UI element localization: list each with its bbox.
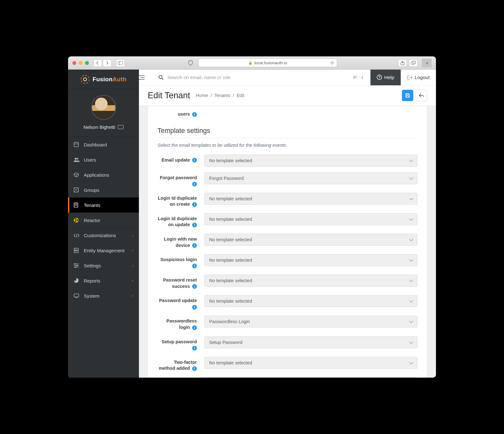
reactor-icon <box>74 218 79 223</box>
new-tab-button[interactable]: ＋ <box>422 59 432 67</box>
minimize-window-button[interactable] <box>79 61 83 65</box>
sidebar-item-reactor[interactable]: Reactor <box>68 213 139 228</box>
info-icon[interactable]: i <box>192 305 197 310</box>
template-select-suspicious-login[interactable]: No template selected <box>204 254 417 266</box>
form-row-login-id-duplicate-on-create: Login Id duplicate on create iNo templat… <box>158 193 417 208</box>
info-icon[interactable]: i <box>192 223 197 227</box>
info-icon[interactable]: i <box>192 112 197 117</box>
brand-logo[interactable]: FusionAuth <box>68 70 139 89</box>
save-button[interactable] <box>402 90 413 101</box>
code-icon <box>74 234 79 237</box>
template-select-login-id-duplicate-on-update[interactable]: No template selected <box>204 213 417 225</box>
form-row-two-factor-method-added: Two-factor method added iNo template sel… <box>158 357 417 372</box>
browser-sidebar-button[interactable] <box>116 59 125 67</box>
browser-address-bar[interactable]: 🔒 local.fusionauth.io ⟳ <box>198 59 337 67</box>
form-label-text: Two-factor method added <box>159 360 197 371</box>
template-select-two-factor-method-added[interactable]: No template selected <box>204 357 417 369</box>
sidebar-item-label: Settings <box>84 263 101 268</box>
form-label-text: Suspicious login <box>160 257 197 262</box>
svg-point-8 <box>77 158 78 160</box>
form-label: Setup password i <box>158 336 197 351</box>
template-select-passwordless-login[interactable]: Passwordless Login <box>204 316 417 328</box>
template-select-password-reset-success[interactable]: No template selected <box>204 275 417 287</box>
sidebar-item-groups[interactable]: Groups <box>68 182 139 197</box>
info-icon[interactable]: i <box>192 325 197 330</box>
sidebar-toggle-button[interactable] <box>139 75 155 80</box>
lock-icon: 🔒 <box>248 61 253 65</box>
svg-rect-27 <box>74 294 79 297</box>
svg-point-7 <box>75 158 77 160</box>
breadcrumb-current: Edit <box>237 93 244 98</box>
info-icon[interactable]: i <box>192 158 197 163</box>
help-label: Help <box>384 75 394 80</box>
logout-button[interactable]: Logout <box>401 70 436 85</box>
sidebar-nav: Dashboard Users Applications <box>68 137 139 303</box>
sidebar-item-system[interactable]: System ‹ <box>68 288 139 303</box>
svg-rect-0 <box>118 61 123 65</box>
refresh-icon[interactable]: ⟳ <box>330 60 334 66</box>
template-select-password-update[interactable]: No template selected <box>204 295 417 307</box>
sidebar-item-entity-management[interactable]: Entity Management ‹ <box>68 243 139 258</box>
tabs-overview-button[interactable] <box>409 59 418 67</box>
form-label: Two-factor method removed i <box>158 377 197 378</box>
browser-nav-buttons <box>93 59 112 67</box>
search-input[interactable] <box>167 75 262 80</box>
info-icon[interactable]: i <box>192 366 197 371</box>
sidebar-item-label: Reactor <box>84 218 100 223</box>
chevron-left-icon: ‹ <box>132 278 133 283</box>
building-icon <box>74 203 79 208</box>
form-label: Password reset success i <box>158 275 197 289</box>
select-value: No template selected <box>209 258 252 263</box>
sidebar-item-customizations[interactable]: Customizations ‹ <box>68 228 139 243</box>
breadcrumb-tenants[interactable]: Tenants <box>214 93 230 98</box>
info-icon[interactable]: i <box>192 346 197 351</box>
search-icon <box>158 75 163 80</box>
back-button[interactable] <box>416 90 427 101</box>
sidebar-item-label: Tenants <box>84 203 100 208</box>
info-icon[interactable]: i <box>192 202 197 207</box>
sidebar-item-tenants[interactable]: Tenants <box>68 197 139 213</box>
form-label: Login Id duplicate on update i <box>158 213 197 228</box>
share-button[interactable] <box>398 59 407 67</box>
browser-address-text: local.fusionauth.io <box>254 60 287 65</box>
sidebar-item-applications[interactable]: Applications <box>68 167 139 182</box>
browser-back-button[interactable] <box>93 59 102 67</box>
sidebar-item-users[interactable]: Users <box>68 152 139 167</box>
select-value: No template selected <box>209 360 252 365</box>
sidebar-item-label: Applications <box>84 172 109 178</box>
select-value: No template selected <box>209 237 252 242</box>
privacy-shield-button[interactable] <box>186 59 195 67</box>
svg-rect-13 <box>75 205 76 206</box>
template-select-login-with-new-device[interactable]: No template selected <box>204 234 417 246</box>
form-label: Passwordless login i <box>158 316 197 330</box>
form-label-text: Password update <box>159 298 197 303</box>
form-label: Login with new device i <box>158 234 197 248</box>
breadcrumb-home[interactable]: Home <box>196 93 208 98</box>
template-select-email-update[interactable]: No template selected <box>204 155 417 167</box>
username: Nelson Bighetti <box>83 124 115 130</box>
select-value: Passwordless Login <box>209 319 250 324</box>
template-select-two-factor-method-removed[interactable]: No template selected <box>204 377 417 378</box>
browser-forward-button[interactable] <box>103 59 112 67</box>
username-row[interactable]: Nelson Bighetti <box>83 124 123 130</box>
sidebar-item-settings[interactable]: Settings ‹ <box>68 258 139 273</box>
avatar[interactable] <box>91 95 116 120</box>
maximize-window-button[interactable] <box>85 61 89 65</box>
select-value: No template selected <box>209 196 252 201</box>
logout-icon <box>407 75 413 80</box>
close-window-button[interactable] <box>72 61 76 65</box>
sidebar-item-reports[interactable]: Reports ‹ <box>68 273 139 288</box>
info-icon[interactable]: i <box>192 182 197 186</box>
help-button[interactable]: ? Help <box>370 70 401 85</box>
svg-line-33 <box>162 78 163 80</box>
info-icon[interactable]: i <box>192 264 197 268</box>
info-icon[interactable]: i <box>192 243 197 248</box>
info-icon[interactable]: i <box>192 284 197 289</box>
template-select-login-id-duplicate-on-create[interactable]: No template selected <box>204 193 417 205</box>
template-select-setup-password[interactable]: Setup Password <box>204 336 417 348</box>
sidebar-item-dashboard[interactable]: Dashboard <box>68 137 139 152</box>
sidebar-item-label: Users <box>84 157 96 163</box>
form-row-password-reset-success: Password reset success iNo template sele… <box>158 275 417 289</box>
template-select-forgot-password[interactable]: Forgot Password <box>204 172 417 184</box>
content-area[interactable]: users i Template settings Select the ema… <box>139 106 436 378</box>
